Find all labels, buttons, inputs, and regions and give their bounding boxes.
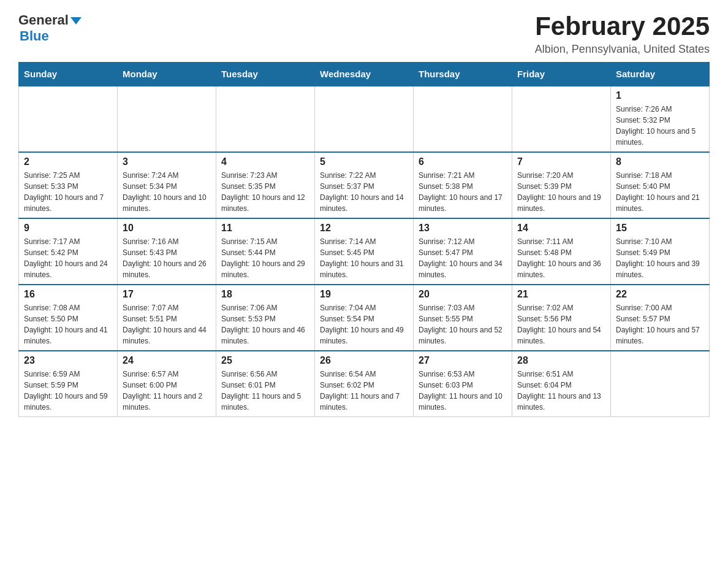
day-number: 4 — [221, 156, 309, 167]
calendar-table: SundayMondayTuesdayWednesdayThursdayFrid… — [18, 62, 710, 417]
calendar-header-monday: Monday — [118, 63, 216, 86]
day-info: Sunrise: 7:26 AMSunset: 5:32 PMDaylight:… — [616, 104, 704, 148]
day-info: Sunrise: 7:10 AMSunset: 5:49 PMDaylight:… — [616, 236, 704, 280]
calendar-header-tuesday: Tuesday — [216, 63, 315, 86]
day-info: Sunrise: 6:53 AMSunset: 6:03 PMDaylight:… — [419, 369, 507, 413]
logo: General Blue — [18, 12, 82, 44]
day-info: Sunrise: 6:51 AMSunset: 6:04 PMDaylight:… — [517, 369, 605, 413]
calendar-cell: 11Sunrise: 7:15 AMSunset: 5:44 PMDayligh… — [216, 218, 315, 285]
calendar-cell: 14Sunrise: 7:11 AMSunset: 5:48 PMDayligh… — [512, 218, 611, 285]
day-info: Sunrise: 7:14 AMSunset: 5:45 PMDaylight:… — [320, 236, 408, 280]
day-info: Sunrise: 7:15 AMSunset: 5:44 PMDaylight:… — [221, 236, 309, 280]
page-header: General Blue February 2025 Albion, Penns… — [18, 12, 710, 56]
day-info: Sunrise: 7:11 AMSunset: 5:48 PMDaylight:… — [517, 236, 605, 280]
calendar-week-row: 2Sunrise: 7:25 AMSunset: 5:33 PMDaylight… — [19, 152, 710, 218]
month-title: February 2025 — [535, 12, 710, 40]
day-number: 11 — [221, 223, 309, 234]
day-number: 14 — [517, 223, 605, 234]
day-info: Sunrise: 6:57 AMSunset: 6:00 PMDaylight:… — [123, 369, 211, 413]
day-info: Sunrise: 7:17 AMSunset: 5:42 PMDaylight:… — [24, 236, 112, 280]
day-number: 3 — [123, 156, 211, 167]
day-number: 1 — [616, 90, 704, 101]
day-info: Sunrise: 7:16 AMSunset: 5:43 PMDaylight:… — [123, 236, 211, 280]
day-info: Sunrise: 7:08 AMSunset: 5:50 PMDaylight:… — [24, 302, 112, 347]
calendar-cell — [315, 86, 414, 152]
calendar-cell: 1Sunrise: 7:26 AMSunset: 5:32 PMDaylight… — [611, 86, 710, 152]
day-number: 21 — [517, 289, 605, 300]
calendar-cell: 28Sunrise: 6:51 AMSunset: 6:04 PMDayligh… — [512, 351, 611, 417]
day-info: Sunrise: 7:21 AMSunset: 5:38 PMDaylight:… — [419, 170, 507, 214]
calendar-cell: 6Sunrise: 7:21 AMSunset: 5:38 PMDaylight… — [414, 152, 512, 218]
day-info: Sunrise: 7:03 AMSunset: 5:55 PMDaylight:… — [419, 302, 507, 347]
day-info: Sunrise: 7:24 AMSunset: 5:34 PMDaylight:… — [123, 170, 211, 214]
day-info: Sunrise: 7:22 AMSunset: 5:37 PMDaylight:… — [320, 170, 408, 214]
calendar-cell: 21Sunrise: 7:02 AMSunset: 5:56 PMDayligh… — [512, 285, 611, 351]
location-title: Albion, Pennsylvania, United States — [535, 43, 710, 56]
day-number: 15 — [616, 223, 704, 234]
day-info: Sunrise: 7:23 AMSunset: 5:35 PMDaylight:… — [221, 170, 309, 214]
calendar-header-wednesday: Wednesday — [315, 63, 414, 86]
calendar-week-row: 23Sunrise: 6:59 AMSunset: 5:59 PMDayligh… — [19, 351, 710, 417]
calendar-cell: 17Sunrise: 7:07 AMSunset: 5:51 PMDayligh… — [118, 285, 216, 351]
day-info: Sunrise: 7:04 AMSunset: 5:54 PMDaylight:… — [320, 302, 408, 347]
calendar-cell: 4Sunrise: 7:23 AMSunset: 5:35 PMDaylight… — [216, 152, 315, 218]
day-number: 7 — [517, 156, 605, 167]
calendar-cell — [118, 86, 216, 152]
day-number: 9 — [24, 223, 112, 234]
day-number: 18 — [221, 289, 309, 300]
calendar-cell — [216, 86, 315, 152]
day-number: 10 — [123, 223, 211, 234]
calendar-cell: 10Sunrise: 7:16 AMSunset: 5:43 PMDayligh… — [118, 218, 216, 285]
calendar-cell — [414, 86, 512, 152]
day-info: Sunrise: 7:02 AMSunset: 5:56 PMDaylight:… — [517, 302, 605, 347]
day-info: Sunrise: 7:00 AMSunset: 5:57 PMDaylight:… — [616, 302, 704, 347]
calendar-week-row: 1Sunrise: 7:26 AMSunset: 5:32 PMDaylight… — [19, 86, 710, 152]
day-number: 16 — [24, 289, 112, 300]
logo-general-text: General — [18, 12, 69, 28]
day-info: Sunrise: 7:06 AMSunset: 5:53 PMDaylight:… — [221, 302, 309, 347]
day-number: 25 — [221, 355, 309, 366]
calendar-cell: 15Sunrise: 7:10 AMSunset: 5:49 PMDayligh… — [611, 218, 710, 285]
day-number: 23 — [24, 355, 112, 366]
logo-arrow-icon — [70, 17, 82, 25]
calendar-cell: 12Sunrise: 7:14 AMSunset: 5:45 PMDayligh… — [315, 218, 414, 285]
day-number: 27 — [419, 355, 507, 366]
day-number: 5 — [320, 156, 408, 167]
day-info: Sunrise: 7:18 AMSunset: 5:40 PMDaylight:… — [616, 170, 704, 214]
calendar-cell: 5Sunrise: 7:22 AMSunset: 5:37 PMDaylight… — [315, 152, 414, 218]
calendar-cell: 25Sunrise: 6:56 AMSunset: 6:01 PMDayligh… — [216, 351, 315, 417]
calendar-header-saturday: Saturday — [611, 63, 710, 86]
calendar-cell — [512, 86, 611, 152]
calendar-header-row: SundayMondayTuesdayWednesdayThursdayFrid… — [19, 63, 710, 86]
calendar-cell: 3Sunrise: 7:24 AMSunset: 5:34 PMDaylight… — [118, 152, 216, 218]
day-info: Sunrise: 6:59 AMSunset: 5:59 PMDaylight:… — [24, 369, 112, 413]
logo-blue-text: Blue — [20, 28, 49, 44]
day-number: 28 — [517, 355, 605, 366]
day-info: Sunrise: 7:25 AMSunset: 5:33 PMDaylight:… — [24, 170, 112, 214]
calendar-cell: 23Sunrise: 6:59 AMSunset: 5:59 PMDayligh… — [19, 351, 118, 417]
day-number: 13 — [419, 223, 507, 234]
calendar-cell: 20Sunrise: 7:03 AMSunset: 5:55 PMDayligh… — [414, 285, 512, 351]
calendar-header-sunday: Sunday — [19, 63, 118, 86]
calendar-cell — [19, 86, 118, 152]
day-number: 6 — [419, 156, 507, 167]
calendar-cell: 27Sunrise: 6:53 AMSunset: 6:03 PMDayligh… — [414, 351, 512, 417]
calendar-cell — [611, 351, 710, 417]
calendar-cell: 16Sunrise: 7:08 AMSunset: 5:50 PMDayligh… — [19, 285, 118, 351]
title-block: February 2025 Albion, Pennsylvania, Unit… — [535, 12, 710, 56]
calendar-week-row: 16Sunrise: 7:08 AMSunset: 5:50 PMDayligh… — [19, 285, 710, 351]
day-info: Sunrise: 7:07 AMSunset: 5:51 PMDaylight:… — [123, 302, 211, 347]
calendar-cell: 7Sunrise: 7:20 AMSunset: 5:39 PMDaylight… — [512, 152, 611, 218]
day-number: 2 — [24, 156, 112, 167]
calendar-cell: 8Sunrise: 7:18 AMSunset: 5:40 PMDaylight… — [611, 152, 710, 218]
day-info: Sunrise: 6:54 AMSunset: 6:02 PMDaylight:… — [320, 369, 408, 413]
calendar-cell: 9Sunrise: 7:17 AMSunset: 5:42 PMDaylight… — [19, 218, 118, 285]
day-number: 8 — [616, 156, 704, 167]
calendar-week-row: 9Sunrise: 7:17 AMSunset: 5:42 PMDaylight… — [19, 218, 710, 285]
calendar-cell: 22Sunrise: 7:00 AMSunset: 5:57 PMDayligh… — [611, 285, 710, 351]
day-number: 19 — [320, 289, 408, 300]
day-info: Sunrise: 7:20 AMSunset: 5:39 PMDaylight:… — [517, 170, 605, 214]
day-number: 20 — [419, 289, 507, 300]
calendar-header-thursday: Thursday — [414, 63, 512, 86]
calendar-header-friday: Friday — [512, 63, 611, 86]
